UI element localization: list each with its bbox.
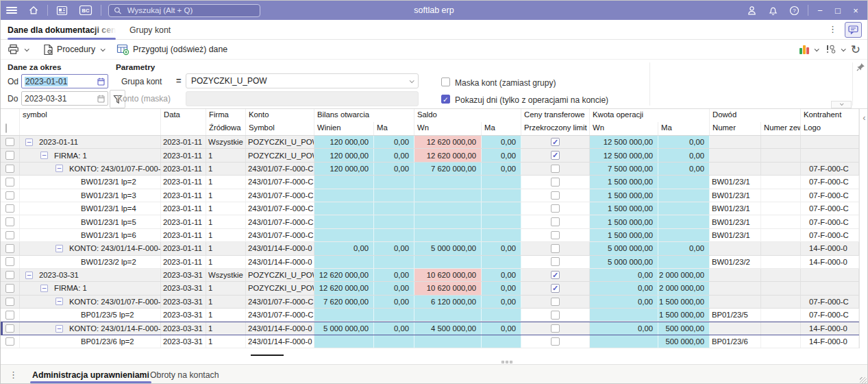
operator-equals[interactable]: = — [176, 75, 182, 86]
header-kwota-operacji[interactable]: Kwota operacji — [590, 109, 710, 122]
limit-checkbox[interactable] — [551, 337, 560, 346]
od-date-field[interactable]: 2023-01-01 — [21, 74, 108, 88]
bottom-overflow-menu[interactable]: ⋮ — [9, 370, 18, 380]
help-button[interactable]: ? — [784, 1, 805, 20]
row-checkbox[interactable] — [5, 191, 14, 200]
row-checkbox[interactable] — [5, 231, 14, 240]
limit-checkbox[interactable]: ✓ — [551, 271, 560, 280]
collapse-expander-icon[interactable]: – — [55, 325, 63, 333]
maximize-button[interactable]: □ — [829, 5, 847, 16]
table-row[interactable]: –KONTO: 243/01/14-F-000-02023-03-311243/… — [1, 322, 868, 335]
header-ma[interactable]: Ma — [482, 122, 521, 135]
row-checkbox[interactable] — [5, 311, 14, 320]
przygotuj-dane-button[interactable]: Przygotuj (odśwież) dane — [116, 44, 227, 56]
header-logo[interactable]: Logo — [801, 122, 859, 135]
row-checkbox[interactable] — [5, 165, 14, 173]
row-checkbox[interactable] — [5, 257, 14, 266]
alerts-settings-button[interactable] — [824, 44, 845, 55]
limit-checkbox[interactable] — [551, 324, 560, 333]
chat-panel-button[interactable] — [845, 22, 862, 38]
header-winien[interactable]: Winien — [314, 122, 374, 135]
chart-view-button[interactable] — [799, 45, 818, 54]
collapse-expander-icon[interactable]: – — [40, 285, 48, 292]
row-checkbox[interactable] — [5, 337, 14, 346]
notifications-button[interactable] — [762, 1, 784, 20]
row-checkbox[interactable] — [5, 151, 14, 160]
tab-grupy-kont[interactable]: Grupy kont — [129, 20, 171, 40]
table-row[interactable]: BW01/23/1 lp=32023-01-111243/01/07-F-000… — [1, 189, 868, 202]
header-numer-zew[interactable]: Numer zew. — [761, 122, 801, 135]
bc-app-button[interactable]: BC — [73, 1, 98, 20]
limit-checkbox[interactable] — [551, 217, 560, 226]
table-row[interactable]: –KONTO: 243/01/14-F-000-02023-01-111243/… — [1, 242, 868, 255]
konto-maska-field[interactable] — [186, 91, 419, 106]
row-checkbox[interactable] — [5, 298, 14, 307]
header-dowod[interactable]: Dowód — [710, 109, 801, 122]
home-button[interactable] — [23, 1, 45, 20]
calendar-icon[interactable] — [97, 95, 105, 103]
print-button[interactable] — [8, 44, 28, 55]
limit-checkbox[interactable] — [551, 231, 560, 240]
table-row[interactable]: –KONTO: 243/01/07-F-000-C2023-01-111243/… — [1, 163, 868, 176]
header-firma[interactable]: Firma — [206, 109, 246, 122]
row-checkbox[interactable] — [5, 271, 14, 280]
collapse-expander-icon[interactable]: – — [55, 298, 63, 305]
row-checkbox[interactable] — [5, 138, 14, 147]
calendar-icon[interactable] — [97, 77, 105, 86]
collapse-expander-icon[interactable]: – — [40, 152, 48, 159]
sync-button[interactable]: ↻ — [851, 43, 860, 57]
table-row[interactable]: BW01/23/2 lp=22023-01-111243/01/14-F-000… — [1, 256, 868, 269]
collapse-expander-icon[interactable]: – — [55, 245, 63, 252]
row-checkbox[interactable] — [5, 204, 14, 213]
limit-checkbox[interactable] — [551, 204, 560, 213]
menu-button[interactable] — [1, 1, 23, 20]
close-button[interactable]: × — [847, 5, 865, 16]
table-row[interactable]: –KONTO: 243/01/07-F-000-C2023-03-311243/… — [1, 296, 868, 309]
limit-checkbox[interactable] — [551, 257, 560, 266]
table-row[interactable]: –FIRMA: 12023-01-111POZYCZKI_U_POW120 00… — [1, 149, 868, 162]
limit-checkbox[interactable] — [551, 311, 560, 320]
header-bilans-otwarcia[interactable]: Bilans otwarcia — [314, 109, 414, 122]
header-symbol2[interactable]: Symbol — [246, 122, 314, 135]
header-wn[interactable]: Wn — [414, 122, 482, 135]
table-row[interactable]: BW01/23/1 lp=42023-01-111243/01/07-F-000… — [1, 202, 868, 215]
table-row[interactable]: BW01/23/1 lp=52023-01-111243/01/07-F-000… — [1, 215, 868, 228]
procedury-button[interactable]: Procedury — [43, 44, 104, 56]
header-data[interactable]: Data — [161, 109, 206, 122]
collapse-expander-icon[interactable]: – — [25, 139, 33, 146]
table-row[interactable]: –2023-01-112023-01-11WszystkiePOZYCZKI_U… — [1, 136, 868, 149]
header-ceny-transferowe[interactable]: Ceny transferowe — [521, 109, 590, 122]
header-ma[interactable]: Ma — [658, 122, 710, 135]
row-checkbox[interactable] — [5, 324, 14, 333]
row-checkbox[interactable] — [5, 244, 14, 253]
splitter-handle[interactable] — [501, 361, 512, 363]
header-kontrahent[interactable]: Kontrahent — [801, 109, 859, 122]
table-row[interactable]: BW01/23/1 lp=22023-01-111243/01/07-F-000… — [1, 176, 868, 189]
limit-checkbox[interactable] — [551, 178, 560, 187]
do-date-field[interactable]: 2023-03-31 — [21, 91, 108, 106]
header-przekroczony-limit[interactable]: Przekroczony limit — [521, 122, 590, 135]
limit-checkbox[interactable] — [551, 244, 560, 253]
table-row[interactable]: –FIRMA: 12023-03-311POZYCZKI_U_POW12 620… — [1, 282, 868, 295]
row-checkbox[interactable] — [5, 284, 14, 293]
tab-administracja-uprawnieniami[interactable]: Administracja uprawnieniami — [32, 365, 149, 384]
table-row[interactable]: BW01/23/1 lp=62023-01-111243/01/07-F-000… — [1, 229, 868, 242]
collapse-expander-icon[interactable]: – — [25, 272, 33, 279]
tab-dane-dla-dokumentacji[interactable]: Dane dla dokumentacji cen transferow — [8, 20, 116, 40]
user-button[interactable] — [741, 1, 762, 20]
tab-overflow-menu[interactable]: ⋮ — [828, 24, 837, 34]
table-row[interactable]: –2023-03-312023-03-31WszystkiePOZYCZKI_U… — [1, 269, 868, 282]
limit-checkbox[interactable] — [551, 191, 560, 200]
grupa-kont-select[interactable]: POZYCZKI_U_POW — [186, 73, 419, 88]
search-input[interactable] — [126, 5, 255, 15]
limit-checkbox[interactable] — [551, 298, 560, 307]
select-all-checkbox[interactable] — [5, 123, 7, 133]
limit-checkbox[interactable] — [551, 165, 560, 173]
table-row[interactable]: BP01/23/6 lp=22023-03-311243/01/14-F-000… — [1, 335, 868, 348]
limit-checkbox[interactable]: ✓ — [551, 284, 560, 293]
global-search[interactable] — [108, 4, 260, 17]
collapse-filter-button[interactable] — [831, 101, 852, 108]
row-checkbox[interactable] — [5, 217, 14, 226]
maska-kont-checkbox[interactable] — [441, 77, 450, 86]
header-symbol[interactable]: symbol — [20, 109, 161, 122]
